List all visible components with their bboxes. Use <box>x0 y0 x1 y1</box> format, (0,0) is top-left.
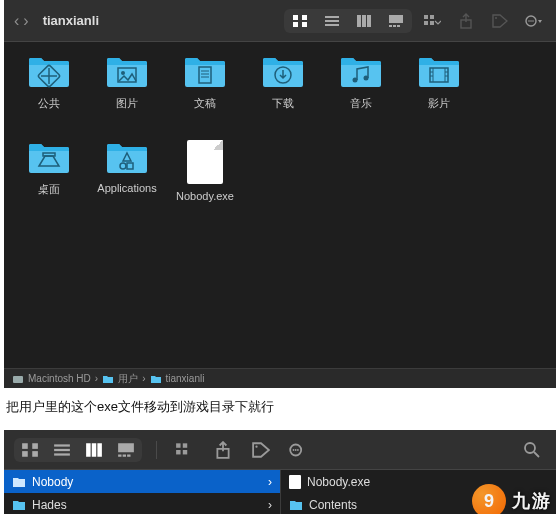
svg-rect-47 <box>22 443 28 449</box>
folder-item[interactable]: Applications <box>88 140 166 226</box>
folder-icon <box>27 140 71 176</box>
view-columns-icon[interactable] <box>78 438 110 462</box>
row-label: Nobody <box>32 475 73 489</box>
breadcrumb-item[interactable]: tianxianli <box>150 373 205 384</box>
view-icon-grid[interactable] <box>14 438 46 462</box>
column-row[interactable]: Hades› <box>4 493 280 514</box>
arrange-button[interactable] <box>171 438 199 462</box>
chevron-right-icon: › <box>95 373 98 384</box>
svg-rect-57 <box>118 443 134 452</box>
column-row[interactable]: Nobody› <box>4 470 280 493</box>
svg-rect-14 <box>424 15 428 19</box>
svg-rect-10 <box>389 15 403 23</box>
tag-button[interactable] <box>486 9 514 33</box>
svg-rect-50 <box>32 451 38 457</box>
item-label: 桌面 <box>38 182 60 197</box>
svg-rect-58 <box>118 454 121 456</box>
svg-point-66 <box>255 445 257 447</box>
chevron-right-icon: › <box>268 475 272 489</box>
folder-item[interactable]: 公共 <box>10 54 88 140</box>
watermark-brand: 九游 <box>512 489 552 513</box>
item-label: 文稿 <box>194 96 216 111</box>
folder-icon <box>105 54 149 90</box>
row-label: Contents <box>309 498 357 512</box>
view-columns-icon[interactable] <box>348 9 380 33</box>
folder-icon <box>183 54 227 90</box>
svg-point-23 <box>532 20 534 22</box>
svg-rect-1 <box>302 15 307 20</box>
more-button[interactable] <box>285 438 313 462</box>
file-icon <box>187 140 223 184</box>
svg-rect-64 <box>183 450 187 454</box>
view-mode-segment <box>14 438 142 462</box>
svg-rect-55 <box>92 443 97 457</box>
folder-item[interactable]: 图片 <box>88 54 166 140</box>
svg-rect-5 <box>325 20 339 22</box>
column-left: Nobody›Hades› <box>4 470 280 514</box>
back-button[interactable]: ‹ <box>14 12 19 30</box>
row-label: Nobody.exe <box>307 475 370 489</box>
svg-rect-16 <box>424 21 428 25</box>
svg-rect-13 <box>397 25 400 27</box>
svg-rect-3 <box>302 22 307 27</box>
svg-rect-63 <box>176 450 180 454</box>
watermark-logo-icon: 9 <box>472 484 506 514</box>
forward-button[interactable]: › <box>23 12 28 30</box>
more-button[interactable] <box>520 9 548 33</box>
share-button[interactable] <box>452 9 480 33</box>
item-label: 下载 <box>272 96 294 111</box>
svg-point-71 <box>525 443 535 453</box>
search-button[interactable] <box>518 438 546 462</box>
svg-line-72 <box>534 452 539 457</box>
item-label: 公共 <box>38 96 60 111</box>
finder-window-target: Nobody›Hades› Nobody.exeContents› 9 九游 <box>4 430 556 514</box>
tag-button[interactable] <box>247 438 275 462</box>
view-list-icon[interactable] <box>316 9 348 33</box>
svg-rect-15 <box>430 15 434 19</box>
svg-rect-2 <box>293 22 298 27</box>
svg-rect-54 <box>86 443 91 457</box>
svg-point-34 <box>353 78 358 83</box>
share-button[interactable] <box>209 438 237 462</box>
view-mode-segment <box>284 9 412 33</box>
svg-rect-6 <box>325 24 339 26</box>
svg-rect-61 <box>176 443 180 447</box>
folder-item[interactable]: 影片 <box>400 54 478 140</box>
svg-rect-59 <box>123 454 126 456</box>
svg-point-22 <box>530 20 532 22</box>
arrange-button[interactable] <box>418 9 446 33</box>
item-label: Applications <box>97 182 156 194</box>
svg-point-28 <box>121 71 125 75</box>
svg-point-35 <box>364 76 369 81</box>
folder-item[interactable]: 音乐 <box>322 54 400 140</box>
chevron-right-icon: › <box>142 373 145 384</box>
folder-item[interactable]: 桌面 <box>10 140 88 226</box>
svg-rect-11 <box>389 25 392 27</box>
folder-item[interactable]: 文稿 <box>166 54 244 140</box>
svg-rect-62 <box>183 443 187 447</box>
chevron-right-icon: › <box>268 498 272 512</box>
svg-point-21 <box>528 20 530 22</box>
svg-rect-56 <box>97 443 102 457</box>
file-item[interactable]: Nobody.exe <box>166 140 244 226</box>
view-gallery-icon[interactable] <box>110 438 142 462</box>
watermark: 9 九游 <box>472 484 552 514</box>
svg-rect-48 <box>32 443 38 449</box>
breadcrumb-item[interactable]: Macintosh HD <box>12 373 91 384</box>
toolbar: ‹ › tianxianli <box>4 0 556 42</box>
breadcrumb-item[interactable]: 用户 <box>102 372 138 386</box>
folder-icon <box>339 54 383 90</box>
path-bar: Macintosh HD›用户›tianxianli <box>4 368 556 388</box>
svg-rect-8 <box>362 15 366 27</box>
item-label: 音乐 <box>350 96 372 111</box>
svg-point-19 <box>495 17 497 19</box>
view-gallery-icon[interactable] <box>380 9 412 33</box>
view-list-icon[interactable] <box>46 438 78 462</box>
svg-rect-46 <box>13 376 23 383</box>
icon-grid: 公共图片文稿下载音乐影片桌面ApplicationsNobody.exe <box>4 42 556 238</box>
svg-rect-12 <box>393 25 396 27</box>
folder-icon <box>417 54 461 90</box>
finder-window-home: ‹ › tianxianli <box>4 0 556 388</box>
folder-item[interactable]: 下载 <box>244 54 322 140</box>
view-icon-grid[interactable] <box>284 9 316 33</box>
